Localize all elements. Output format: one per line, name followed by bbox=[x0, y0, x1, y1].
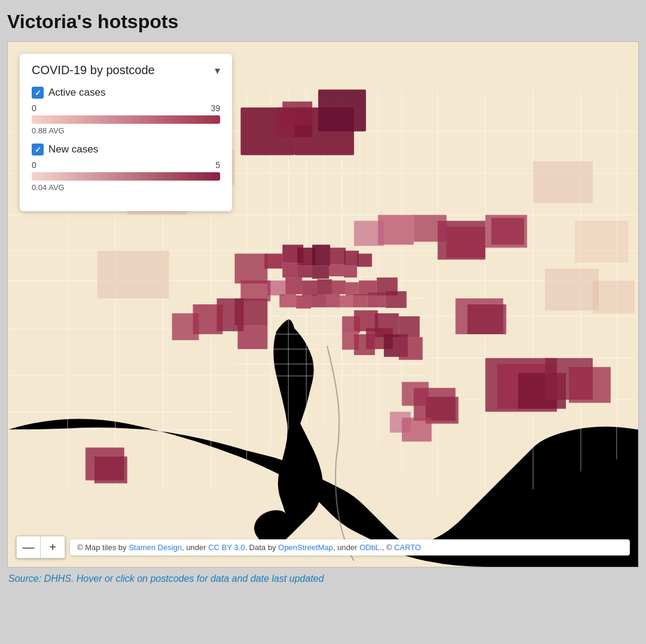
svg-rect-92 bbox=[569, 367, 611, 403]
svg-rect-81 bbox=[234, 254, 267, 283]
svg-rect-82 bbox=[240, 280, 270, 301]
svg-rect-101 bbox=[354, 221, 384, 246]
copyright-symbol: © bbox=[77, 543, 83, 552]
svg-rect-109 bbox=[533, 161, 593, 203]
attribution-under2: , under bbox=[333, 543, 359, 552]
svg-rect-108 bbox=[97, 251, 169, 298]
svg-rect-65 bbox=[326, 294, 340, 307]
legend-header: COVID-19 by postcode ▾ bbox=[32, 63, 220, 77]
new-cases-min: 0 bbox=[32, 160, 36, 170]
svg-rect-114 bbox=[593, 280, 635, 313]
svg-rect-48 bbox=[312, 265, 329, 279]
svg-rect-40 bbox=[318, 90, 366, 132]
svg-rect-55 bbox=[285, 277, 302, 294]
svg-rect-104 bbox=[402, 382, 429, 406]
checkmark-icon: ✓ bbox=[35, 88, 41, 97]
svg-rect-47 bbox=[312, 245, 330, 265]
active-cases-gradient bbox=[32, 115, 220, 124]
osm-link[interactable]: OpenStreetMap bbox=[278, 543, 333, 552]
svg-rect-94 bbox=[467, 304, 506, 334]
legend-title: COVID-19 by postcode bbox=[32, 63, 155, 77]
attribution-data-by: . Data by bbox=[245, 543, 278, 552]
svg-rect-68 bbox=[368, 292, 386, 307]
svg-rect-51 bbox=[344, 251, 359, 265]
svg-rect-66 bbox=[340, 295, 353, 307]
svg-rect-41 bbox=[282, 102, 312, 126]
legend-panel: COVID-19 by postcode ▾ ✓ Active cases 0 … bbox=[20, 54, 232, 211]
new-cases-range: 0 5 bbox=[32, 160, 220, 170]
svg-rect-57 bbox=[317, 279, 332, 294]
new-cases-checkbox[interactable]: ✓ bbox=[32, 144, 44, 155]
ccby-link[interactable]: CC BY 3.0 bbox=[208, 543, 245, 552]
svg-rect-53 bbox=[357, 254, 372, 267]
chevron-down-icon[interactable]: ▾ bbox=[215, 64, 220, 77]
svg-rect-64 bbox=[311, 294, 326, 307]
source-note: Source: DHHS. Hover or click on postcode… bbox=[7, 573, 639, 584]
svg-rect-67 bbox=[353, 294, 368, 307]
svg-rect-113 bbox=[545, 268, 599, 310]
active-cases-range: 0 39 bbox=[32, 103, 220, 113]
svg-rect-62 bbox=[279, 294, 296, 307]
attribution-under1: , under bbox=[182, 543, 208, 552]
active-cases-max: 39 bbox=[211, 103, 220, 113]
new-cases-gradient bbox=[32, 172, 220, 181]
svg-rect-77 bbox=[342, 316, 360, 333]
svg-rect-73 bbox=[375, 313, 399, 337]
svg-rect-98 bbox=[491, 218, 524, 245]
odbl-link[interactable]: ODbL bbox=[359, 543, 380, 552]
attribution-carto-pre: ., © bbox=[380, 543, 394, 552]
svg-rect-58 bbox=[332, 280, 346, 294]
new-cases-item: ✓ New cases 0 5 0.04 AVG bbox=[32, 144, 220, 192]
attribution-map-tiles: Map tiles by bbox=[85, 543, 129, 552]
active-cases-item: ✓ Active cases 0 39 0.88 AVG bbox=[32, 87, 220, 135]
svg-rect-110 bbox=[575, 221, 629, 263]
svg-rect-100 bbox=[414, 215, 447, 242]
svg-rect-59 bbox=[346, 282, 359, 295]
svg-rect-56 bbox=[302, 280, 317, 295]
svg-rect-46 bbox=[297, 265, 312, 277]
checkmark-icon: ✓ bbox=[35, 145, 41, 154]
page-title: Victoria's hotspots bbox=[7, 11, 639, 33]
new-cases-header: ✓ New cases bbox=[32, 144, 220, 155]
map-container: COVID-19 by postcode ▾ ✓ Active cases 0 … bbox=[7, 41, 639, 567]
new-cases-avg: 0.04 AVG bbox=[32, 183, 220, 192]
page-wrapper: Victoria's hotspots bbox=[0, 0, 646, 593]
zoom-controls: — + bbox=[16, 536, 65, 558]
svg-rect-63 bbox=[296, 295, 311, 309]
svg-rect-106 bbox=[390, 412, 411, 433]
svg-rect-75 bbox=[399, 316, 420, 337]
zoom-in-button[interactable]: + bbox=[41, 536, 65, 558]
svg-rect-87 bbox=[95, 456, 127, 483]
svg-rect-78 bbox=[342, 333, 359, 350]
stamen-design-link[interactable]: Stamen Design bbox=[129, 543, 182, 552]
carto-link[interactable]: CARTO bbox=[394, 543, 421, 552]
attribution-bar: © Map tiles by Stamen Design, under CC B… bbox=[70, 539, 630, 556]
active-cases-min: 0 bbox=[32, 103, 36, 113]
active-cases-label: Active cases bbox=[48, 87, 105, 99]
svg-rect-85 bbox=[172, 313, 199, 340]
new-cases-label: New cases bbox=[48, 144, 98, 155]
active-cases-avg: 0.88 AVG bbox=[32, 126, 220, 135]
active-cases-checkbox[interactable]: ✓ bbox=[32, 87, 44, 99]
active-cases-header: ✓ Active cases bbox=[32, 87, 220, 99]
svg-rect-52 bbox=[344, 265, 357, 277]
svg-rect-76 bbox=[399, 337, 423, 360]
svg-rect-50 bbox=[329, 264, 344, 276]
svg-rect-96 bbox=[447, 227, 486, 258]
zoom-out-button[interactable]: — bbox=[17, 536, 41, 558]
svg-rect-49 bbox=[329, 248, 346, 264]
svg-rect-69 bbox=[386, 291, 407, 308]
new-cases-max: 5 bbox=[215, 160, 220, 170]
svg-rect-44 bbox=[282, 263, 297, 277]
map-bottom-bar: — + © Map tiles by Stamen Design, under … bbox=[16, 536, 630, 558]
